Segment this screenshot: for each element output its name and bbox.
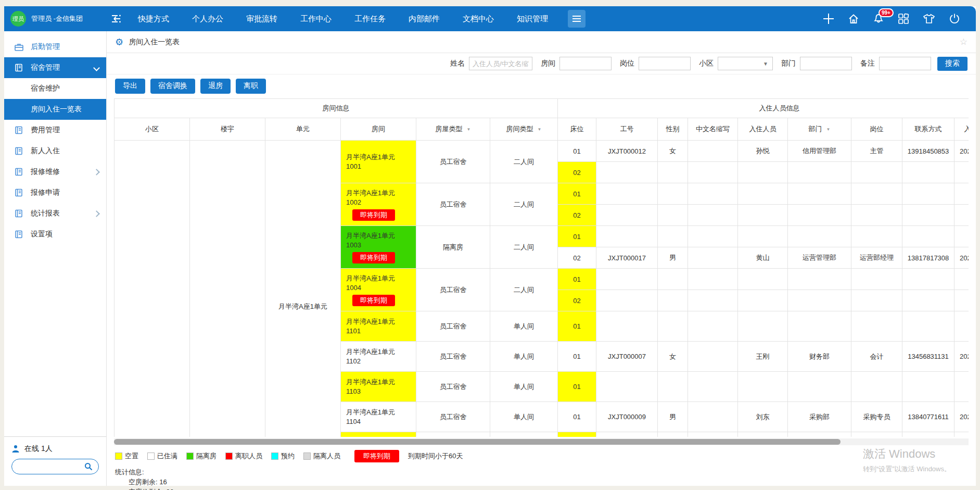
cell-gender: 女 (658, 342, 688, 372)
column-header-4[interactable]: 房屋类型▼ (416, 118, 490, 141)
nav-item-4[interactable]: 工作任务 (354, 14, 386, 24)
nav-item-2[interactable]: 审批流转 (246, 14, 277, 24)
column-header-6[interactable]: 床位 (558, 118, 596, 141)
column-header-13[interactable]: 联系方式 (902, 118, 954, 141)
cell-dept: 采购部 (788, 402, 851, 432)
avatar[interactable]: 理员 (10, 11, 26, 27)
nav-item-0[interactable]: 快捷方式 (138, 14, 169, 24)
name-filter-input[interactable] (469, 57, 532, 70)
room-number: 1003 (346, 241, 411, 250)
sort-caret-icon[interactable]: ▼ (467, 127, 471, 132)
cell-post (851, 205, 902, 226)
apps-grid-icon[interactable] (898, 13, 909, 24)
action-button-2[interactable]: 退房 (200, 79, 231, 94)
sidebar-item-6[interactable]: 报修维修 (4, 161, 106, 182)
dept-filter-input[interactable] (800, 57, 852, 70)
column-header-0[interactable]: 小区 (114, 118, 190, 141)
cell-abbr (688, 226, 738, 247)
cell-emp-name (738, 311, 788, 342)
power-icon[interactable] (949, 13, 960, 24)
sort-caret-icon[interactable]: ▼ (538, 127, 542, 132)
sidebar-item-9[interactable]: 设置项 (4, 224, 106, 245)
search-button[interactable]: 搜索 (937, 57, 968, 71)
cell-building (190, 141, 265, 437)
action-button-3[interactable]: 离职 (236, 79, 266, 94)
sidebar-search-input[interactable] (18, 462, 84, 471)
community-filter-select[interactable]: ▼ (718, 57, 773, 70)
notebook-icon (15, 209, 24, 218)
column-header-11[interactable]: 部门▼ (788, 118, 851, 141)
table-group-header-row: 房间信息入住人员信息 (114, 99, 969, 118)
sidebar-item-3[interactable]: 房间入住一览表 (4, 99, 106, 120)
sidebar-item-7[interactable]: 报修申请 (4, 182, 106, 203)
nav-item-7[interactable]: 知识管理 (517, 14, 548, 24)
cell-abbr (688, 183, 738, 205)
cell-emp-name (738, 290, 788, 311)
cell-post: 主管 (851, 141, 902, 162)
cell-post (851, 162, 902, 183)
cell-emp-name (738, 226, 788, 247)
sidebar-item-0[interactable]: 后勤管理 (4, 36, 106, 57)
sidebar-item-4[interactable]: 费用管理 (4, 120, 106, 141)
sidebar-search[interactable] (11, 459, 99, 474)
search-icon[interactable] (84, 462, 93, 471)
cell-emp-name: 黄山 (738, 247, 788, 269)
sidebar-item-8[interactable]: 统计报表 (4, 203, 106, 224)
column-header-2[interactable]: 单元 (265, 118, 341, 141)
cell-emp-name: 王刚 (738, 342, 788, 372)
action-button-0[interactable]: 导出 (115, 79, 145, 94)
sidebar-item-5[interactable]: 新人入住 (4, 141, 106, 161)
cell-house-type: 员工宿舍 (416, 141, 490, 183)
cell-phone (902, 372, 954, 402)
post-filter-input[interactable] (639, 57, 691, 70)
plus-icon[interactable] (823, 13, 834, 24)
column-header-1[interactable]: 楼宇 (190, 118, 265, 141)
cell-community (114, 141, 190, 437)
cell-abbr (688, 372, 738, 402)
legend-item-0: 空置 (115, 451, 138, 461)
watermark-line2: 转到“设置”以激活 Windows。 (863, 464, 951, 474)
nav-item-5[interactable]: 内部邮件 (409, 14, 440, 24)
column-header-12[interactable]: 岗位 (851, 118, 902, 141)
room-filter-input[interactable] (559, 57, 612, 70)
cell-phone (902, 432, 954, 437)
column-header-3[interactable]: 房间 (341, 118, 416, 141)
notifications-bell-icon[interactable]: 99+ (873, 13, 884, 24)
sidebar-bottom: 在线 1人 (4, 436, 106, 486)
cell-emp-id (596, 311, 658, 342)
sidebar-item-label: 费用管理 (31, 125, 99, 135)
column-header-8[interactable]: 性别 (658, 118, 688, 141)
sidebar-item-1[interactable]: 宿舍管理 (4, 57, 106, 78)
legend-item-4: 预约 (271, 451, 295, 461)
room-filter-label: 房间 (541, 59, 555, 68)
scrollbar-thumb[interactable] (114, 439, 841, 445)
column-header-14[interactable]: 入住时间 (954, 118, 969, 141)
horizontal-scrollbar[interactable] (114, 438, 969, 445)
nav-more-button[interactable] (568, 10, 586, 28)
nav-item-1[interactable]: 个人办公 (192, 14, 223, 24)
nav-item-6[interactable]: 文档中心 (463, 14, 494, 24)
cell-house-type: 员工宿舍 (416, 183, 490, 226)
theme-shirt-icon[interactable] (923, 14, 935, 24)
cell-house-type: 隔离房 (416, 226, 490, 269)
action-button-1[interactable]: 宿舍调换 (150, 79, 195, 94)
home-icon[interactable] (848, 13, 859, 24)
cell-gender (658, 226, 688, 247)
cell-unit: 月半湾A座1单元 (265, 141, 341, 437)
column-header-10[interactable]: 入住人员 (738, 118, 788, 141)
column-header-9[interactable]: 中文名缩写 (688, 118, 738, 141)
column-header-5[interactable]: 房间类型▼ (490, 118, 558, 141)
cell-abbr (688, 162, 738, 183)
cell-dept (788, 162, 851, 183)
nav-item-3[interactable]: 工作中心 (300, 14, 332, 24)
cell-post: 运营部经理 (851, 247, 902, 269)
app-frame: 理员 管理员 -金信集团 快捷方式个人办公审批流转工作中心工作任务内部邮件文档中… (4, 6, 976, 486)
legend-label: 离职人员 (235, 451, 262, 461)
column-header-7[interactable]: 工号 (596, 118, 658, 141)
sort-caret-icon[interactable]: ▼ (826, 127, 831, 132)
sidebar-item-2[interactable]: 宿舍维护 (4, 78, 106, 99)
collapse-menu-icon[interactable] (110, 14, 122, 24)
remark-filter-input[interactable] (879, 57, 931, 70)
cell-bed: 02 (558, 290, 596, 311)
favorite-star-icon[interactable]: ☆ (960, 36, 968, 47)
